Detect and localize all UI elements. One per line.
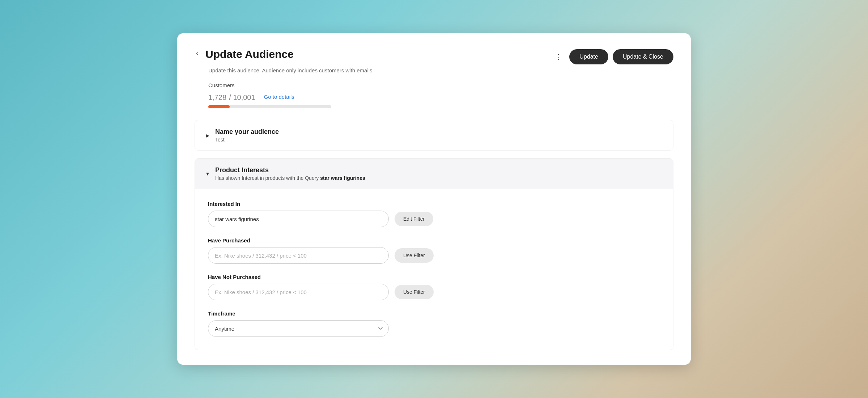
progress-bar-fill [208,105,230,108]
have-purchased-row: Use Filter [208,247,660,264]
customers-count-value: 1,728 / 10,001 [208,91,255,102]
product-interests-section: ▼ Product Interests Has shown Interest i… [195,158,673,350]
name-audience-header[interactable]: ▶ Name your audience Test [195,120,673,151]
back-icon: ‹ [196,49,198,57]
interested-in-label: Interested In [208,201,660,207]
have-not-purchased-label: Have Not Purchased [208,274,660,280]
name-audience-value: Test [215,137,279,143]
name-audience-toggle: ▶ [205,133,210,138]
product-interests-content: Product Interests Has shown Interest in … [215,166,365,181]
modal-title: Update Audience [205,48,294,61]
timeframe-select[interactable]: Anytime Last 7 days Last 30 days Last 90… [208,320,389,337]
have-purchased-input[interactable] [208,247,389,264]
have-not-purchased-use-filter-button[interactable]: Use Filter [395,285,434,299]
customers-label: Customers [208,82,673,88]
customers-count-row: 1,728 / 10,001 Go to details [208,91,673,102]
update-close-button[interactable]: Update & Close [613,49,673,64]
have-not-purchased-row: Use Filter [208,284,660,300]
customers-count-display: 1,728 / 10,001 [208,91,255,102]
product-interests-toggle: ▼ [205,171,210,177]
product-interests-header[interactable]: ▼ Product Interests Has shown Interest i… [195,158,673,189]
product-interests-body: Interested In Edit Filter Have Purchased… [195,189,673,350]
title-group: Update Audience [205,48,294,61]
query-bold: star wars figurines [320,175,365,181]
interested-in-group: Interested In Edit Filter [208,201,660,227]
more-icon: ⋮ [555,53,562,61]
have-not-purchased-input[interactable] [208,284,389,300]
modal-header: ‹ Update Audience ⋮ Update Update & Clos… [195,48,673,64]
product-interests-title: Product Interests [215,166,365,174]
title-area: ‹ Update Audience [195,48,294,61]
have-purchased-group: Have Purchased Use Filter [208,237,660,264]
update-audience-modal: ‹ Update Audience ⋮ Update Update & Clos… [177,33,691,365]
timeframe-row: Anytime Last 7 days Last 30 days Last 90… [208,320,660,337]
header-actions: ⋮ Update Update & Close [552,49,673,64]
more-options-button[interactable]: ⋮ [552,51,565,63]
name-audience-title: Name your audience [215,128,279,136]
have-not-purchased-group: Have Not Purchased Use Filter [208,274,660,300]
back-button[interactable]: ‹ [195,49,200,57]
name-audience-content: Name your audience Test [215,128,279,143]
interested-in-input[interactable] [208,211,389,227]
have-purchased-label: Have Purchased [208,237,660,244]
go-to-details-link[interactable]: Go to details [264,94,294,100]
name-audience-section: ▶ Name your audience Test [195,120,673,151]
timeframe-label: Timeframe [208,310,660,317]
progress-bar [208,105,331,108]
product-interests-desc: Has shown Interest in products with the … [215,175,365,181]
edit-filter-button[interactable]: Edit Filter [395,212,433,226]
timeframe-group: Timeframe Anytime Last 7 days Last 30 da… [208,310,660,337]
have-purchased-use-filter-button[interactable]: Use Filter [395,248,434,263]
update-button[interactable]: Update [569,49,608,64]
modal-subtitle: Update this audience. Audience only incl… [208,67,673,73]
interested-in-row: Edit Filter [208,211,660,227]
customers-section: Customers 1,728 / 10,001 Go to details [208,82,673,108]
